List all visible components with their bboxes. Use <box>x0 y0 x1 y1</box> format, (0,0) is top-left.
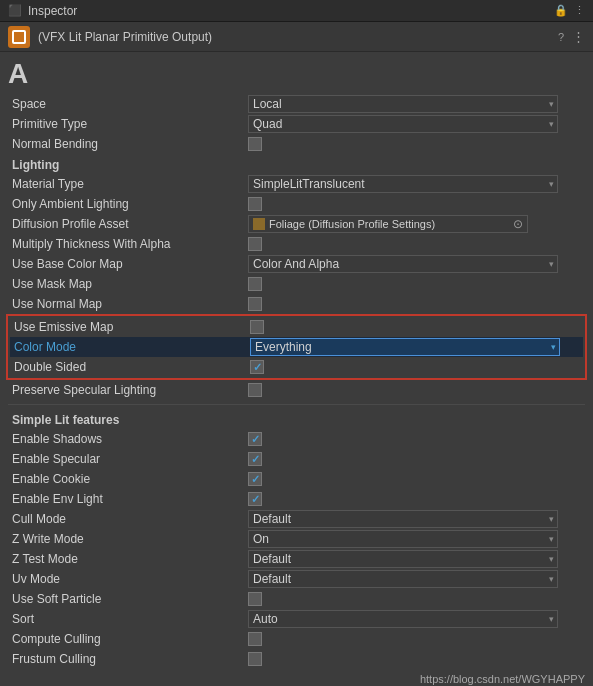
diffusion-profile-label: Diffusion Profile Asset <box>8 217 248 231</box>
z-write-mode-label: Z Write Mode <box>8 532 248 546</box>
diffusion-profile-value: Foliage (Diffusion Profile Settings) ⊙ <box>248 215 585 233</box>
soft-particle-value <box>248 592 585 606</box>
z-test-mode-value: Default Less Greater ▾ <box>248 550 585 568</box>
base-color-map-label: Use Base Color Map <box>8 257 248 271</box>
emissive-map-value <box>250 320 583 334</box>
frustum-culling-value <box>248 652 585 666</box>
double-sided-checkbox[interactable] <box>250 360 264 374</box>
lock-button[interactable]: 🔒 <box>554 4 568 17</box>
color-mode-dropdown[interactable]: Everything None <box>250 338 560 356</box>
primitive-type-label: Primitive Type <box>8 117 248 131</box>
emissive-map-checkbox[interactable] <box>250 320 264 334</box>
cull-mode-value: Default Front Back ▾ <box>248 510 585 528</box>
preserve-specular-value <box>248 383 585 397</box>
primitive-type-dropdown-wrapper: Quad Triangle ▾ <box>248 115 558 133</box>
cull-mode-dropdown[interactable]: Default Front Back <box>248 510 558 528</box>
sort-row: Sort Auto None ByDistance ▾ <box>8 609 585 629</box>
lighting-section-label: Lighting <box>8 158 248 172</box>
component-menu-button[interactable]: ⋮ <box>572 29 585 44</box>
frustum-culling-row: Frustum Culling <box>8 649 585 669</box>
space-value: Local World ▾ <box>248 95 585 113</box>
ambient-lighting-checkbox[interactable] <box>248 197 262 211</box>
enable-env-light-checkbox[interactable] <box>248 492 262 506</box>
diffusion-profile-asset-text: Foliage (Diffusion Profile Settings) <box>269 218 509 230</box>
mask-map-checkbox[interactable] <box>248 277 262 291</box>
compute-culling-row: Compute Culling <box>8 629 585 649</box>
menu-button[interactable]: ⋮ <box>574 4 585 17</box>
sort-dropdown-wrapper: Auto None ByDistance ▾ <box>248 610 558 628</box>
sort-dropdown[interactable]: Auto None ByDistance <box>248 610 558 628</box>
normal-map-checkbox[interactable] <box>248 297 262 311</box>
watermark: https://blog.csdn.net/WGYHAPPY <box>8 669 585 686</box>
uv-mode-row: Uv Mode Default Flipbook ▾ <box>8 569 585 589</box>
ambient-lighting-value <box>248 197 585 211</box>
preserve-specular-label: Preserve Specular Lighting <box>8 383 248 397</box>
multiply-thickness-checkbox[interactable] <box>248 237 262 251</box>
component-icon <box>8 26 30 48</box>
simple-lit-section-label: Simple Lit features <box>8 413 248 427</box>
preserve-specular-checkbox[interactable] <box>248 383 262 397</box>
enable-shadows-checkbox[interactable] <box>248 432 262 446</box>
inspector-content: A Space Local World ▾ Primitive Type Qua… <box>0 52 593 686</box>
primitive-type-row: Primitive Type Quad Triangle ▾ <box>8 114 585 134</box>
uv-mode-dropdown[interactable]: Default Flipbook <box>248 570 558 588</box>
color-mode-row: Color Mode Everything None ▾ <box>10 337 583 357</box>
title-bar: ⬛ Inspector 🔒 ⋮ <box>0 0 593 22</box>
emissive-map-label: Use Emissive Map <box>10 320 250 334</box>
ambient-lighting-label: Only Ambient Lighting <box>8 197 248 211</box>
material-type-value: SimpleLitTranslucent Unlit ▾ <box>248 175 585 193</box>
base-color-map-dropdown[interactable]: Color And Alpha None <box>248 255 558 273</box>
normal-bending-checkbox[interactable] <box>248 137 262 151</box>
primitive-type-dropdown[interactable]: Quad Triangle <box>248 115 558 133</box>
soft-particle-row: Use Soft Particle <box>8 589 585 609</box>
space-dropdown[interactable]: Local World <box>248 95 558 113</box>
compute-culling-value <box>248 632 585 646</box>
normal-map-value <box>248 297 585 311</box>
normal-map-row: Use Normal Map <box>8 294 585 314</box>
normal-bending-row: Normal Bending <box>8 134 585 154</box>
normal-bending-label: Normal Bending <box>8 137 248 151</box>
z-test-mode-label: Z Test Mode <box>8 552 248 566</box>
z-write-mode-row: Z Write Mode On Off ▾ <box>8 529 585 549</box>
help-button[interactable]: ? <box>558 31 564 43</box>
multiply-thickness-label: Multiply Thickness With Alpha <box>8 237 248 251</box>
space-label: Space <box>8 97 248 111</box>
sort-label: Sort <box>8 612 248 626</box>
diffusion-profile-asset-field[interactable]: Foliage (Diffusion Profile Settings) ⊙ <box>248 215 528 233</box>
soft-particle-checkbox[interactable] <box>248 592 262 606</box>
diffusion-profile-picker[interactable]: ⊙ <box>513 217 523 231</box>
preserve-specular-row: Preserve Specular Lighting <box>8 380 585 400</box>
material-type-dropdown[interactable]: SimpleLitTranslucent Unlit <box>248 175 558 193</box>
compute-culling-checkbox[interactable] <box>248 632 262 646</box>
z-write-mode-dropdown[interactable]: On Off <box>248 530 558 548</box>
frustum-culling-checkbox[interactable] <box>248 652 262 666</box>
material-type-dropdown-wrapper: SimpleLitTranslucent Unlit ▾ <box>248 175 558 193</box>
normal-map-label: Use Normal Map <box>8 297 248 311</box>
base-color-map-row: Use Base Color Map Color And Alpha None … <box>8 254 585 274</box>
enable-env-light-value <box>248 492 585 506</box>
normal-bending-value <box>248 137 585 151</box>
z-test-mode-dropdown[interactable]: Default Less Greater <box>248 550 558 568</box>
z-write-mode-dropdown-wrapper: On Off ▾ <box>248 530 558 548</box>
enable-env-light-label: Enable Env Light <box>8 492 248 506</box>
multiply-thickness-row: Multiply Thickness With Alpha <box>8 234 585 254</box>
component-header: (VFX Lit Planar Primitive Output) ? ⋮ <box>0 22 593 52</box>
uv-mode-value: Default Flipbook ▾ <box>248 570 585 588</box>
multiply-thickness-value <box>248 237 585 251</box>
enable-cookie-row: Enable Cookie <box>8 469 585 489</box>
z-write-mode-value: On Off ▾ <box>248 530 585 548</box>
enable-specular-checkbox[interactable] <box>248 452 262 466</box>
enable-env-light-row: Enable Env Light <box>8 489 585 509</box>
mask-map-row: Use Mask Map <box>8 274 585 294</box>
color-mode-dropdown-wrapper: Everything None ▾ <box>250 338 560 356</box>
enable-shadows-value <box>248 432 585 446</box>
double-sided-value <box>250 360 583 374</box>
enable-specular-row: Enable Specular <box>8 449 585 469</box>
diffusion-profile-row: Diffusion Profile Asset Foliage (Diffusi… <box>8 214 585 234</box>
inspector-icon: ⬛ <box>8 4 22 18</box>
sort-value: Auto None ByDistance ▾ <box>248 610 585 628</box>
enable-cookie-checkbox[interactable] <box>248 472 262 486</box>
material-type-label: Material Type <box>8 177 248 191</box>
highlight-group: Use Emissive Map Color Mode Everything N… <box>6 314 587 380</box>
title-bar-label: Inspector <box>28 4 554 18</box>
